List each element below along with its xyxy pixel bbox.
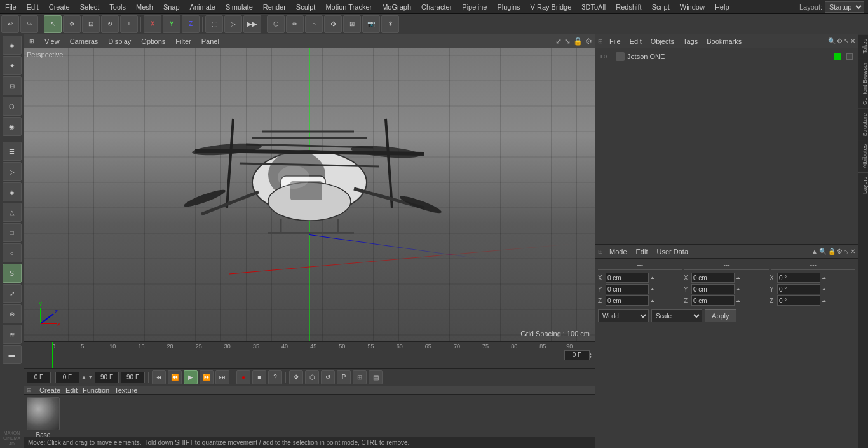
attributes-settings-icon[interactable]: ⚙ bbox=[837, 248, 843, 255]
vtab-attributes[interactable]: Attributes bbox=[858, 140, 868, 172]
sidebar-ellipse[interactable]: ○ bbox=[3, 243, 22, 262]
playback-next-frame-button[interactable]: ⏩ bbox=[200, 370, 214, 384]
sidebar-mode-texture[interactable]: ◉ bbox=[3, 117, 22, 136]
vtab-structure[interactable]: Structure bbox=[858, 109, 868, 140]
menu-render[interactable]: Render bbox=[258, 2, 291, 12]
playback-help-button[interactable]: ? bbox=[268, 370, 282, 384]
scale-dropdown[interactable]: Scale bbox=[651, 309, 702, 322]
coord-x-rot-stepper[interactable]: ⏶ bbox=[822, 275, 827, 281]
object-color-dot[interactable] bbox=[834, 53, 841, 60]
rotate-tool-button[interactable]: ↻ bbox=[101, 15, 119, 33]
sidebar-rectangle[interactable]: □ bbox=[3, 223, 22, 242]
sidebar-tool-select[interactable]: ▷ bbox=[3, 162, 22, 181]
sidebar-object-manager[interactable]: ☰ bbox=[3, 142, 22, 161]
attributes-menu-edit[interactable]: Edit bbox=[632, 248, 652, 255]
sidebar-mode-point[interactable]: ✦ bbox=[3, 56, 22, 75]
objects-close-icon[interactable]: ✕ bbox=[850, 37, 855, 44]
objects-expand-icon[interactable]: ⤡ bbox=[844, 37, 849, 44]
viewport-icon-settings[interactable]: ⚙ bbox=[585, 37, 592, 46]
material-menu-edit[interactable]: Edit bbox=[65, 386, 78, 394]
select-tool-button[interactable]: ↖ bbox=[44, 15, 62, 33]
coord-x-pos-input[interactable] bbox=[606, 273, 649, 283]
sidebar-mode-polygon[interactable]: ⬡ bbox=[3, 97, 22, 116]
light-button[interactable]: ☀ bbox=[381, 15, 399, 33]
material-item[interactable]: Base bbox=[27, 397, 60, 438]
menu-create[interactable]: Create bbox=[44, 2, 75, 12]
objects-search-icon[interactable]: 🔍 bbox=[828, 37, 836, 44]
playback-start-frame[interactable] bbox=[27, 372, 51, 383]
menu-tools[interactable]: Tools bbox=[104, 2, 131, 12]
coord-x-rot-input[interactable] bbox=[777, 273, 820, 283]
coord-z-pos-input[interactable] bbox=[606, 295, 649, 306]
sidebar-smoothing[interactable]: ≋ bbox=[3, 325, 22, 344]
scale-tool-button[interactable]: ⊡ bbox=[82, 15, 100, 33]
coord-z-pos-stepper[interactable]: ⏶ bbox=[650, 298, 655, 304]
layout-select[interactable]: Startup bbox=[825, 1, 864, 13]
sidebar-paint[interactable]: ▬ bbox=[3, 345, 22, 364]
viewport-menu-filter[interactable]: Filter bbox=[173, 37, 193, 45]
coord-y-rot-input[interactable] bbox=[777, 284, 820, 294]
menu-script[interactable]: Script bbox=[647, 2, 675, 12]
menu-animate[interactable]: Animate bbox=[185, 2, 220, 12]
redo-button[interactable]: ↪ bbox=[20, 15, 38, 33]
playback-mode-button[interactable]: ▤ bbox=[369, 370, 383, 384]
playback-auto-key-button[interactable]: P bbox=[337, 370, 351, 384]
playback-grid-button[interactable]: ⊞ bbox=[353, 370, 367, 384]
coord-z-size-stepper[interactable]: ⏶ bbox=[736, 298, 741, 304]
viewport-menu-display[interactable]: Display bbox=[105, 37, 133, 45]
vtab-content-browser[interactable]: Content Browser bbox=[858, 58, 868, 109]
circle-button[interactable]: ○ bbox=[305, 15, 323, 33]
object-row-jetson[interactable]: L0 Jetson ONE bbox=[598, 51, 855, 62]
playback-down-arrow[interactable]: ▼ bbox=[88, 374, 93, 380]
menu-character[interactable]: Character bbox=[416, 2, 457, 12]
playback-current-frame[interactable] bbox=[55, 372, 79, 383]
render-button[interactable]: ▶▶ bbox=[243, 15, 261, 33]
attributes-menu-mode[interactable]: Mode bbox=[606, 248, 631, 255]
pen-button[interactable]: ✏ bbox=[286, 15, 304, 33]
objects-menu-objects[interactable]: Objects bbox=[647, 37, 678, 45]
object-vis-toggle[interactable] bbox=[846, 53, 853, 60]
playback-up-arrow[interactable]: ▲ bbox=[81, 374, 86, 380]
menu-plugins[interactable]: Plugins bbox=[492, 2, 525, 12]
sidebar-symmetry[interactable]: ⤢ bbox=[3, 284, 22, 303]
playback-last-frame-button[interactable]: ⏭ bbox=[215, 370, 229, 384]
menu-select[interactable]: Select bbox=[75, 2, 105, 12]
playback-loop-button[interactable]: ↺ bbox=[321, 370, 335, 384]
coord-x-size-input[interactable] bbox=[691, 273, 735, 283]
playback-end-frame-1[interactable] bbox=[95, 372, 119, 383]
attributes-menu-userdata[interactable]: User Data bbox=[653, 248, 693, 255]
move-tool-button[interactable]: ✥ bbox=[63, 15, 81, 33]
coord-z-rot-input[interactable] bbox=[777, 295, 820, 306]
coord-y-size-stepper[interactable]: ⏶ bbox=[736, 287, 741, 292]
viewport-canvas[interactable]: Perspective Grid Spacing : 100 cm X Y Z bbox=[24, 48, 595, 341]
viewport-icon-arrows[interactable]: ⤡ bbox=[564, 37, 571, 46]
viewport-menu-panel[interactable]: Panel bbox=[199, 37, 222, 45]
coord-y-pos-stepper[interactable]: ⏶ bbox=[650, 287, 655, 292]
menu-file[interactable]: File bbox=[0, 2, 22, 12]
playback-key-button[interactable]: ⬡ bbox=[305, 370, 319, 384]
world-dropdown[interactable]: World bbox=[598, 309, 649, 322]
coord-z-rot-stepper[interactable]: ⏶ bbox=[822, 298, 827, 304]
playback-stop-button[interactable]: ■ bbox=[252, 370, 266, 384]
add-object-button[interactable]: + bbox=[120, 15, 138, 33]
playback-end-frame-2[interactable] bbox=[121, 372, 145, 383]
playback-record-button[interactable]: ● bbox=[236, 370, 250, 384]
viewport-menu-view[interactable]: View bbox=[42, 37, 62, 45]
objects-menu-tags[interactable]: Tags bbox=[679, 37, 702, 45]
menu-mesh[interactable]: Mesh bbox=[131, 2, 158, 12]
coord-y-rot-stepper[interactable]: ⏶ bbox=[822, 287, 827, 292]
menu-redshift[interactable]: Redshift bbox=[611, 2, 646, 12]
menu-simulate[interactable]: Simulate bbox=[220, 2, 258, 12]
menu-motion-tracker[interactable]: Motion Tracker bbox=[320, 2, 377, 12]
attributes-close-icon[interactable]: ✕ bbox=[850, 248, 855, 255]
menu-pipeline[interactable]: Pipeline bbox=[457, 2, 492, 12]
sidebar-magnet[interactable]: ⊗ bbox=[3, 304, 22, 323]
objects-menu-edit[interactable]: Edit bbox=[626, 37, 646, 45]
menu-3dtoall[interactable]: 3DToAll bbox=[576, 2, 611, 12]
objects-menu-bookmarks[interactable]: Bookmarks bbox=[703, 37, 745, 45]
menu-snap[interactable]: Snap bbox=[158, 2, 185, 12]
coord-y-pos-input[interactable] bbox=[606, 284, 649, 294]
sidebar-sculpt[interactable]: S bbox=[3, 264, 22, 283]
menu-help[interactable]: Help bbox=[710, 2, 735, 12]
timeline-ruler[interactable]: 0 5 10 15 20 25 30 35 40 45 50 55 60 65 … bbox=[52, 342, 564, 368]
